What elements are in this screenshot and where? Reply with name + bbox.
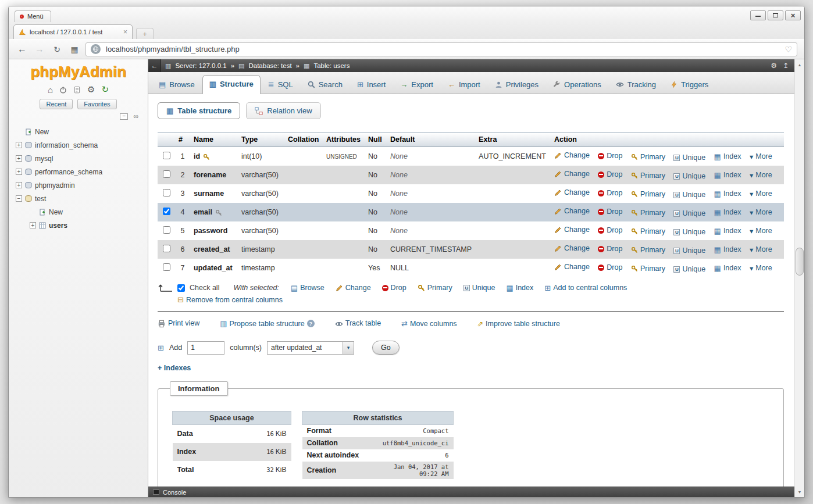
- row-checkbox[interactable]: [163, 263, 170, 271]
- row-checkbox[interactable]: [163, 152, 170, 159]
- row-checkbox[interactable]: [163, 170, 170, 178]
- more-link[interactable]: More: [750, 208, 772, 217]
- index-link[interactable]: Index: [714, 264, 741, 273]
- print-view-link[interactable]: Print view: [158, 319, 199, 328]
- index-link[interactable]: Index: [714, 227, 741, 235]
- drop-link[interactable]: Drop: [598, 189, 622, 197]
- opera-menu-button[interactable]: Menü: [15, 10, 51, 22]
- primary-link[interactable]: Primary: [631, 190, 665, 198]
- column-count-input[interactable]: [187, 341, 224, 355]
- tree-db-performance-schema[interactable]: performance_schema: [16, 165, 148, 178]
- speed-dial-icon[interactable]: [68, 45, 81, 54]
- tab-tracking[interactable]: Tracking: [609, 76, 663, 94]
- select-dropdown-button[interactable]: [343, 342, 354, 354]
- tab-search[interactable]: Search: [301, 76, 350, 94]
- collapse-icon[interactable]: [16, 195, 22, 202]
- more-link[interactable]: More: [750, 245, 772, 254]
- expand-icon[interactable]: [30, 222, 36, 228]
- propose-structure-link[interactable]: Propose table structure: [220, 319, 315, 328]
- expand-icon[interactable]: [16, 142, 22, 148]
- unique-link[interactable]: Unique: [673, 265, 705, 273]
- primary-link[interactable]: Primary: [631, 227, 665, 235]
- check-all-checkbox[interactable]: [177, 284, 185, 292]
- browser-tab[interactable]: localhost / 127.0.0.1 / test ×: [13, 24, 133, 39]
- primary-link[interactable]: Primary: [631, 209, 665, 217]
- row-checkbox[interactable]: [163, 189, 170, 196]
- index-link[interactable]: Index: [714, 171, 741, 180]
- back-button[interactable]: ←: [16, 44, 28, 55]
- tab-export[interactable]: Export: [393, 76, 440, 94]
- home-icon[interactable]: [48, 85, 53, 95]
- new-tab-button[interactable]: +: [136, 28, 154, 39]
- breadcrumb-database[interactable]: Database: test: [248, 62, 291, 69]
- expand-icon[interactable]: [16, 169, 22, 175]
- position-select[interactable]: after updated_at: [267, 341, 354, 355]
- primary-link[interactable]: Primary: [631, 246, 665, 254]
- go-button[interactable]: Go: [372, 341, 400, 355]
- selected-change-link[interactable]: Change: [336, 284, 371, 292]
- tab-structure[interactable]: Structure: [202, 75, 261, 94]
- settings-icon[interactable]: [87, 84, 95, 95]
- index-link[interactable]: Index: [714, 190, 741, 198]
- change-link[interactable]: Change: [554, 188, 590, 196]
- nav-panel-toggle[interactable]: ←: [148, 59, 161, 72]
- indexes-toggle-link[interactable]: + Indexes: [158, 364, 191, 372]
- more-link[interactable]: More: [750, 171, 772, 180]
- tab-close-icon[interactable]: ×: [123, 29, 127, 35]
- scrollbar-thumb[interactable]: [796, 248, 804, 276]
- tree-db-information-schema[interactable]: information_schema: [16, 138, 148, 152]
- unique-link[interactable]: Unique: [673, 209, 705, 217]
- more-link[interactable]: More: [750, 152, 772, 161]
- add-central-columns-link[interactable]: Add to central columns: [544, 284, 627, 292]
- tree-db-mysql[interactable]: mysql: [16, 152, 148, 165]
- row-checkbox[interactable]: [163, 245, 170, 252]
- unique-link[interactable]: Unique: [673, 172, 705, 180]
- tree-db-test[interactable]: test: [16, 192, 148, 205]
- subtab-relation-view[interactable]: Relation view: [246, 102, 320, 119]
- track-table-link[interactable]: Track table: [335, 319, 381, 327]
- change-link[interactable]: Change: [554, 207, 590, 215]
- unique-link[interactable]: Unique: [673, 228, 705, 236]
- unique-link[interactable]: Unique: [673, 246, 705, 255]
- tab-privileges[interactable]: Privileges: [488, 76, 545, 94]
- reload-button[interactable]: [51, 45, 63, 54]
- url-field[interactable]: localhost/phpmyadmin/tbl_structure.php: [85, 42, 797, 56]
- refresh-navigation-icon[interactable]: [101, 84, 109, 95]
- index-link[interactable]: Index: [714, 245, 741, 254]
- row-checkbox[interactable]: [163, 208, 170, 215]
- change-link[interactable]: Change: [554, 170, 590, 178]
- primary-link[interactable]: Primary: [631, 171, 665, 180]
- expand-icon[interactable]: [16, 182, 22, 188]
- console-bar[interactable]: Console: [148, 487, 794, 497]
- more-link[interactable]: More: [750, 227, 772, 235]
- check-all-label[interactable]: Check all: [190, 284, 219, 292]
- change-link[interactable]: Change: [554, 151, 590, 159]
- improve-structure-link[interactable]: Improve table structure: [477, 319, 560, 328]
- documentation-icon[interactable]: [73, 86, 81, 94]
- index-link[interactable]: Index: [714, 208, 741, 217]
- link-panel-icon[interactable]: [133, 112, 138, 120]
- change-link[interactable]: Change: [554, 226, 590, 234]
- favorites-button[interactable]: Favorites: [77, 99, 116, 109]
- unique-link[interactable]: Unique: [673, 153, 705, 162]
- page-settings-icon[interactable]: [771, 62, 777, 70]
- forward-button[interactable]: →: [33, 44, 46, 55]
- tree-db-phpmyadmin[interactable]: phpmyadmin: [16, 178, 148, 192]
- expand-icon[interactable]: [16, 155, 22, 162]
- breadcrumb-table[interactable]: Table: users: [313, 62, 350, 69]
- vertical-scrollbar[interactable]: ▲ ▼: [794, 59, 804, 497]
- primary-link[interactable]: Primary: [631, 264, 665, 273]
- breadcrumb-server[interactable]: Server: 127.0.0.1: [175, 62, 226, 69]
- selected-drop-link[interactable]: Drop: [382, 284, 406, 292]
- row-checkbox[interactable]: [163, 226, 170, 234]
- unique-link[interactable]: Unique: [673, 191, 705, 199]
- more-link[interactable]: More: [750, 264, 772, 273]
- maximize-button[interactable]: [768, 10, 783, 20]
- close-button[interactable]: [785, 10, 801, 20]
- tab-sql[interactable]: SQL: [261, 76, 300, 94]
- drop-link[interactable]: Drop: [598, 263, 622, 271]
- tab-import[interactable]: Import: [441, 76, 487, 94]
- tree-table-users[interactable]: users: [30, 219, 148, 232]
- tab-insert[interactable]: Insert: [350, 76, 393, 94]
- bookmark-heart-icon[interactable]: [785, 44, 792, 55]
